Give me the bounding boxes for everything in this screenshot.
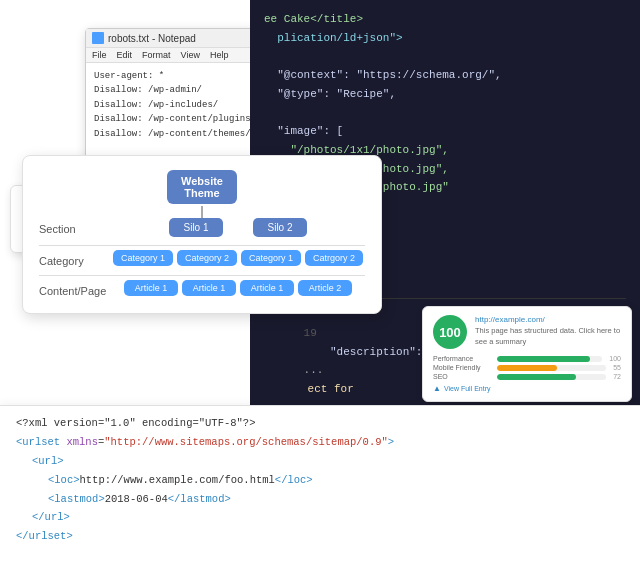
content-row: Content/Page Article 1 Article 1 Article… [39,280,365,297]
code-bottom-inner: <?xml version="1.0" encoding="UTF-8"?> <… [0,406,640,554]
xml-line-7: </urlset> [16,527,394,546]
bar-fill [497,374,576,380]
node-article3: Article 1 [240,280,294,296]
notepad-icon [92,32,104,44]
bar-row-2: Mobile Friendly 55 [433,364,621,371]
score-link[interactable]: ▲ View Full Entry [433,384,621,393]
bar-value: 100 [609,355,621,362]
bar-label: Mobile Friendly [433,364,493,371]
node-category1: Category 1 [113,250,173,266]
score-link-text: View Full Entry [444,385,491,392]
row-label-section: Section [39,218,111,235]
section-nodes: Silo 1 Silo 2 [111,218,365,237]
score-description: This page has structured data. Click her… [475,326,621,347]
bar-track [497,356,602,362]
score-info: http://example.com/ This page has struct… [475,315,621,347]
section-row: Section Silo 1 Silo 2 [39,218,365,237]
node-article4: Article 2 [298,280,352,296]
menu-file[interactable]: File [92,50,107,60]
bar-label: Performance [433,355,493,362]
code-line: "@context": "https://schema.org/", [264,66,626,85]
divider [39,275,365,276]
node-category2: Category 2 [177,250,237,266]
code-line [264,103,626,122]
code-line: "@type": "Recipe", [264,85,626,104]
xml-line-5: <lastmod>2018-06-04</lastmod> [16,490,394,509]
row-label-category: Category [39,250,111,267]
score-bars: Performance 100 Mobile Friendly 55 SEO 7… [433,355,621,380]
connector [201,206,203,218]
score-value: 100 [439,325,461,340]
xml-line-2: <urlset xmlns="http://www.sitemaps.org/s… [16,433,394,452]
score-url: http://example.com/ [475,315,621,324]
xml-line-6: </url> [16,508,394,527]
xml-line-4: <loc>http://www.example.com/foo.html</lo… [16,471,394,490]
xml-line-1: <?xml version="1.0" encoding="UTF-8"?> [16,414,394,433]
diagram-tree: WebsiteTheme Section Silo 1 Silo 2 Categ… [39,170,365,301]
score-circle: 100 [433,315,467,349]
xml-line: <?xml version="1.0" encoding="UTF-8"?> <… [16,414,394,546]
bar-fill [497,356,590,362]
bar-row-3: SEO 72 [433,373,621,380]
row-label-content: Content/Page [39,280,111,297]
xml-code-panel: <?xml version="1.0" encoding="UTF-8"?> <… [0,405,640,580]
menu-format[interactable]: Format [142,50,171,60]
menu-view[interactable]: View [181,50,200,60]
article-nodes: Article 1 Article 1 Article 1 Article 2 [111,280,365,296]
node-category3: Category 1 [241,250,301,266]
bar-fill [497,365,557,371]
xml-content: <?xml version="1.0" encoding="UTF-8"?> <… [0,406,408,554]
node-silo1: Silo 1 [169,218,223,237]
node-article1: Article 1 [124,280,178,296]
bar-track [497,365,606,371]
category-nodes: Category 1 Category 2 Category 1 Catrgor… [111,250,365,266]
code-line: plication/ld+json"> [264,29,626,48]
menu-edit[interactable]: Edit [117,50,133,60]
code-line [264,47,626,66]
score-widget: 100 http://example.com/ This page has st… [422,306,632,402]
bar-row-1: Performance 100 [433,355,621,362]
xml-line-3: <url> [16,452,394,471]
code-line: ee Cake</title> [264,10,626,29]
bar-value: 72 [613,373,621,380]
node-article2: Article 1 [182,280,236,296]
bar-label: SEO [433,373,493,380]
code-line: "image": [ [264,122,626,141]
node-silo2: Silo 2 [253,218,307,237]
divider [39,245,365,246]
menu-help[interactable]: Help [210,50,229,60]
notepad-title: robots.txt - Notepad [108,33,196,44]
node-website-theme: WebsiteTheme [167,170,237,204]
bar-track [497,374,606,380]
score-top: 100 http://example.com/ This page has st… [433,315,621,349]
node-category4: Catrgory 2 [305,250,363,266]
category-row: Category Category 1 Category 2 Category … [39,250,365,267]
website-structure-diagram: WebsiteTheme Section Silo 1 Silo 2 Categ… [22,155,382,314]
bar-value: 55 [613,364,621,371]
